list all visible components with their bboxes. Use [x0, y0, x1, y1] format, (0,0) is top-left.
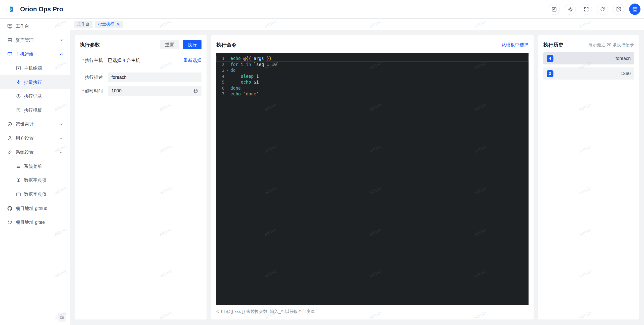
exec-params-panel: 执行参数 重置 执行 执行主机 已选择 4 台主机 重新选择 执行 [75, 35, 207, 319]
code-text: do [230, 67, 529, 74]
sidebar-collapse-button[interactable] [58, 313, 66, 322]
desc-input[interactable] [111, 75, 198, 80]
fullscreen-icon [584, 7, 589, 12]
sidebar-item-system-menu[interactable]: 系统菜单 [0, 159, 70, 173]
reselect-hosts-link[interactable]: 重新选择 [183, 57, 202, 63]
tab-batch-exec[interactable]: 批量执行 [95, 21, 123, 28]
sidebar-item-label: 系统菜单 [24, 163, 42, 169]
sidebar-item-label: 工作台 [16, 23, 29, 29]
fold-chevron-icon[interactable] [224, 67, 230, 74]
timeout-input[interactable] [111, 88, 191, 94]
brand-logo-icon [7, 4, 17, 14]
host-selected-count: 4 [123, 58, 125, 63]
sidebar-item-exec-templates[interactable]: 执行模板 [0, 103, 70, 117]
history-item[interactable]: 21360 [543, 67, 634, 80]
github-icon [7, 206, 13, 211]
theme-button[interactable] [565, 4, 576, 15]
sidebar-item-system-settings[interactable]: 系统设置 [0, 145, 70, 159]
sidebar-item-label: 项目地址 github [16, 205, 47, 211]
sidebar-item-host-ops[interactable]: 主机运维 [0, 47, 70, 61]
code-line[interactable]: 1echo @{{ args }} [216, 56, 529, 62]
exec-command-panel: 执行命令 从模板中选择 1echo @{{ args }}2for i in `… [211, 35, 534, 319]
line-number: 3 [216, 67, 224, 74]
refresh-button[interactable] [597, 4, 608, 15]
code-line[interactable]: 6done [216, 85, 529, 91]
line-number: 6 [216, 85, 224, 91]
tab-label: 工作台 [77, 22, 89, 27]
sidebar-item-host-terminal[interactable]: 主机终端 [0, 61, 70, 75]
tab-workbench[interactable]: 工作台 [74, 21, 93, 28]
gitee-icon [7, 220, 13, 225]
tab-bar: 工作台批量执行 [70, 19, 644, 30]
code-line[interactable]: 3do [216, 67, 529, 74]
sidebar-item-dict-values[interactable]: 数据字典值 [0, 187, 70, 201]
line-number: 1 [216, 56, 224, 62]
header-actions: 管 [549, 4, 640, 15]
sidebar-item-ops-audit[interactable]: 运维审计 [0, 117, 70, 131]
reset-button[interactable]: 重置 [160, 40, 179, 49]
asset-icon [7, 38, 13, 43]
code-line[interactable]: 7echo 'done' [216, 91, 529, 97]
line-number: 5 [216, 79, 224, 85]
settings-button[interactable] [613, 4, 624, 15]
sidebar-item-gitee[interactable]: 项目地址 gitee [0, 215, 70, 230]
history-item[interactable]: 4foreach [543, 52, 634, 64]
fold-chevron-icon [224, 56, 230, 62]
fullscreen-button[interactable] [581, 4, 592, 15]
editor-hint: 使用 @{{ xxx }} 来替换参数, 输入_可以获取全部变量 [216, 309, 529, 314]
sidebar-item-assets[interactable]: 资产管理 [0, 33, 70, 47]
sidebar-item-label: 用户设置 [16, 135, 34, 141]
fold-chevron-icon [224, 79, 230, 85]
sidebar-item-label: 执行模板 [24, 107, 42, 113]
run-button[interactable]: 执行 [183, 40, 202, 49]
brand-title: Orion Ops Pro [20, 6, 63, 13]
menu-fold-icon [59, 315, 64, 320]
code-line[interactable]: 2for i in `seq 1 10` [216, 62, 529, 68]
sidebar-item-exec-records[interactable]: 执行记录 [0, 89, 70, 103]
sidebar-item-label: 批量执行 [24, 79, 42, 85]
sidebar: 工作台资产管理主机运维主机终端批量执行执行记录执行模板运维审计用户设置系统设置系… [0, 19, 70, 325]
main-area: 工作台批量执行 执行参数 重置 执行 执行主机 已选择 4 台主机 [70, 19, 644, 325]
sidebar-item-workbench[interactable]: 工作台 [0, 19, 70, 33]
tab-label: 批量执行 [98, 22, 114, 27]
chevron-up-icon [59, 52, 63, 56]
app-header: Orion Ops Pro 管 [0, 0, 644, 19]
dict-value-icon [16, 192, 21, 197]
wrench-icon [7, 150, 13, 155]
code-line[interactable]: 5 echo $i [216, 79, 529, 85]
history-list: 4foreach21360 [543, 52, 634, 80]
sidebar-item-batch-exec[interactable]: 批量执行 [0, 75, 70, 89]
host-icon [7, 51, 13, 57]
chevron-down-icon [59, 122, 63, 126]
sidebar-item-github[interactable]: 项目地址 github [0, 201, 70, 215]
code-text: for i in `seq 1 10` [230, 62, 529, 68]
line-number: 4 [216, 74, 224, 80]
sidebar-item-dict-items[interactable]: 数据字典项 [0, 173, 70, 188]
desc-field-label: 执行描述 [80, 74, 108, 80]
host-selected-value: 已选择 4 台主机 [108, 57, 140, 63]
sidebar-item-label: 主机终端 [24, 65, 42, 71]
history-host-count-badge: 4 [547, 55, 553, 62]
code-text: echo 'done' [230, 91, 529, 97]
code-editor[interactable]: 1echo @{{ args }}2for i in `seq 1 10`3do… [216, 53, 529, 305]
terminal-icon [16, 65, 21, 71]
sidebar-item-user-settings[interactable]: 用户设置 [0, 131, 70, 146]
host-field-row: 执行主机 已选择 4 台主机 重新选择 [80, 57, 202, 63]
select-from-template-link[interactable]: 从模板中选择 [501, 42, 529, 48]
shield-icon [7, 122, 13, 127]
user-avatar[interactable]: 管 [629, 4, 640, 15]
code-line[interactable]: 4 sleep 1 [216, 74, 529, 80]
code-text: sleep 1 [230, 74, 529, 80]
exec-params-title: 执行参数 [80, 42, 100, 48]
code-text: echo @{{ args }} [230, 56, 529, 62]
dict-item-icon [16, 178, 21, 183]
code-text: done [230, 85, 529, 91]
code-text: echo $i [230, 79, 529, 85]
timeout-field-row: 超时时间 秒 [80, 86, 202, 96]
chevron-down-icon [59, 38, 63, 42]
history-item-text: foreach [616, 56, 631, 61]
code-button[interactable] [549, 4, 560, 15]
line-number: 2 [216, 62, 224, 68]
timeout-input-wrap: 秒 [108, 86, 202, 96]
tab-close-icon[interactable] [116, 23, 120, 26]
